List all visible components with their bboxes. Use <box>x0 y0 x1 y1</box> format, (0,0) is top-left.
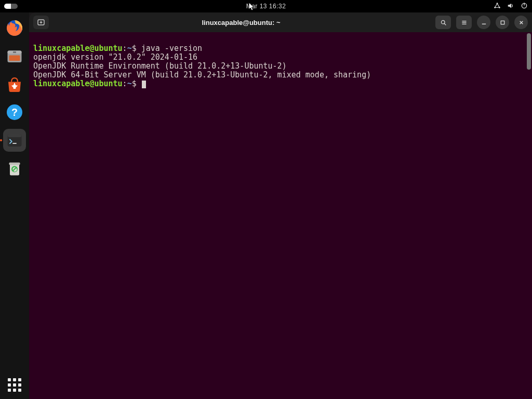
prompt-line: linuxcapable@ubuntu:~$ java -version <box>33 44 202 53</box>
activities-button[interactable] <box>4 4 18 9</box>
new-tab-button[interactable] <box>33 16 49 29</box>
titlebar: linuxcapable@ubuntu: ~ <box>29 12 532 32</box>
maximize-icon <box>499 19 506 26</box>
svg-rect-18 <box>9 163 20 165</box>
gnome-topbar: Mar 13 16:32 <box>0 0 532 12</box>
new-tab-icon <box>37 18 45 26</box>
svg-rect-8 <box>9 56 20 61</box>
close-button[interactable] <box>514 16 528 29</box>
apps-grid-icon <box>8 378 21 392</box>
svg-rect-11 <box>14 86 16 89</box>
dock-app-files[interactable] <box>3 45 26 68</box>
power-icon[interactable] <box>521 2 528 11</box>
svg-rect-28 <box>501 21 504 24</box>
software-store-icon <box>5 75 24 94</box>
dock-app-firefox[interactable] <box>3 17 26 39</box>
prompt-user: linuxcapable <box>33 44 89 53</box>
search-icon <box>440 19 447 26</box>
terminal-scrollbar[interactable] <box>527 32 531 399</box>
dock-app-terminal[interactable] <box>3 129 26 152</box>
network-icon[interactable] <box>494 2 501 11</box>
scrollbar-thumb[interactable] <box>527 33 531 70</box>
close-icon <box>518 19 525 26</box>
prompt-line-2: linuxcapable@ubuntu:~$ <box>33 79 146 88</box>
prompt-colon: : <box>123 44 127 53</box>
prompt-host: ubuntu <box>94 44 122 53</box>
firefox-icon <box>5 19 24 37</box>
svg-rect-4 <box>524 3 524 5</box>
hamburger-icon <box>461 19 468 26</box>
trash-icon <box>5 159 24 178</box>
search-button[interactable] <box>435 16 451 29</box>
minimize-icon <box>481 19 487 26</box>
terminal-body[interactable]: linuxcapable@ubuntu:~$ java -version ope… <box>29 32 532 399</box>
files-icon <box>5 47 24 65</box>
volume-icon[interactable] <box>507 2 514 11</box>
svg-text:?: ? <box>11 107 18 118</box>
output-line-0: openjdk version "21.0.2" 2024-01-16 <box>33 52 197 62</box>
output-line-1: OpenJDK Runtime Environment (build 21.0.… <box>33 61 287 71</box>
terminal-window: linuxcapable@ubuntu: ~ linuxcapable@ubun… <box>29 12 532 399</box>
output-line-2: OpenJDK 64-Bit Server VM (build 21.0.2+1… <box>33 70 371 79</box>
terminal-cursor <box>142 81 146 88</box>
dock-app-software[interactable] <box>3 73 26 96</box>
dock-app-trash[interactable] <box>3 157 26 180</box>
command-text: java -version <box>141 44 202 53</box>
minimize-button[interactable] <box>477 16 490 29</box>
svg-rect-9 <box>13 51 16 53</box>
prompt-path: ~ <box>127 44 132 53</box>
clock[interactable]: Mar 13 16:32 <box>246 3 286 10</box>
svg-rect-15 <box>8 134 22 137</box>
dock: ? <box>0 12 29 399</box>
maximize-button[interactable] <box>496 16 509 29</box>
hamburger-menu-button[interactable] <box>456 16 472 29</box>
show-applications-button[interactable] <box>0 378 29 392</box>
help-icon: ? <box>5 103 24 122</box>
system-status-area[interactable] <box>494 2 528 11</box>
window-title: linuxcapable@ubuntu: ~ <box>52 19 430 26</box>
prompt-dollar: $ <box>132 44 137 53</box>
dock-app-help[interactable]: ? <box>3 101 26 124</box>
svg-line-23 <box>444 23 446 25</box>
terminal-icon <box>5 131 24 150</box>
